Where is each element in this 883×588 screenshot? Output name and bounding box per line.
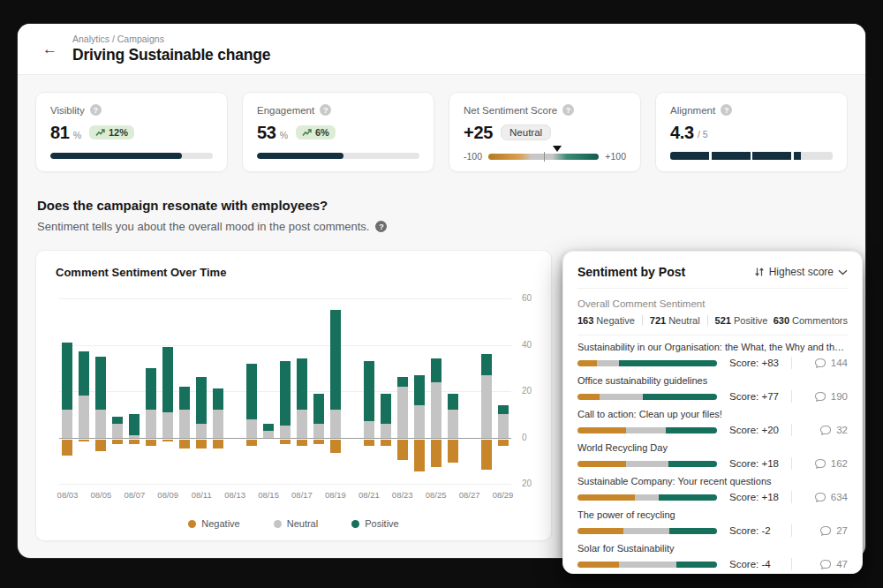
post-title[interactable]: World Recycling Day <box>577 442 848 453</box>
bar-segment[interactable] <box>431 358 442 381</box>
bar-segment[interactable] <box>330 440 341 454</box>
post-title[interactable]: The power of recycling <box>577 509 848 520</box>
bar-segment[interactable] <box>414 440 425 472</box>
bar-segment[interactable] <box>498 405 509 415</box>
sort-dropdown[interactable]: Highest score <box>754 266 848 278</box>
bar-segment[interactable] <box>213 410 223 438</box>
bar-segment[interactable] <box>213 440 223 449</box>
bar-segment[interactable] <box>330 410 341 438</box>
post-title[interactable]: Office sustainability guidelines <box>577 375 848 386</box>
bar-segment[interactable] <box>146 440 156 447</box>
bar-segment[interactable] <box>162 347 173 412</box>
bar-segment[interactable] <box>297 358 307 410</box>
bar-segment[interactable] <box>263 424 274 431</box>
bar-segment[interactable] <box>246 440 257 447</box>
bar-segment[interactable] <box>129 435 140 438</box>
back-arrow-icon[interactable]: ← <box>42 41 57 57</box>
post-row[interactable]: World Recycling DayScore: +18162 <box>577 436 848 470</box>
bar-segment[interactable] <box>481 354 492 375</box>
post-comment-count[interactable]: 27 <box>797 525 848 537</box>
post-comment-count[interactable]: 634 <box>797 492 848 503</box>
bar-segment[interactable] <box>448 410 458 438</box>
post-comment-count[interactable]: 144 <box>797 358 848 369</box>
bar-segment[interactable] <box>364 421 374 437</box>
post-title[interactable]: Solar for Sustainability <box>577 543 848 554</box>
bar-segment[interactable] <box>129 440 140 444</box>
bar-segment[interactable] <box>162 440 173 442</box>
bar-segment[interactable] <box>95 357 106 410</box>
bar-segment[interactable] <box>79 440 89 442</box>
bar-segment[interactable] <box>129 414 140 435</box>
bar-segment[interactable] <box>364 440 374 447</box>
bar-segment[interactable] <box>179 387 190 410</box>
bar-segment[interactable] <box>297 440 307 447</box>
bar-segment[interactable] <box>179 440 190 449</box>
bar-segment[interactable] <box>448 440 458 463</box>
bar-segment[interactable] <box>481 440 492 470</box>
bar-segment[interactable] <box>263 431 274 438</box>
bar-segment[interactable] <box>162 412 173 438</box>
bar-segment[interactable] <box>280 361 291 426</box>
bar-segment[interactable] <box>297 410 307 438</box>
bar-segment[interactable] <box>95 440 106 451</box>
bar-segment[interactable] <box>498 440 509 447</box>
post-row[interactable]: The power of recyclingScore: -227 <box>577 503 848 537</box>
bar-segment[interactable] <box>481 375 492 438</box>
post-comment-count[interactable]: 162 <box>797 458 848 470</box>
bar-segment[interactable] <box>397 387 408 438</box>
bar-segment[interactable] <box>431 382 442 438</box>
post-comment-count[interactable]: 47 <box>797 559 848 570</box>
help-icon[interactable]: ? <box>562 104 574 116</box>
post-row[interactable]: Office sustainability guidelinesScore: +… <box>577 369 848 403</box>
bar-segment[interactable] <box>313 394 324 424</box>
bar-segment[interactable] <box>62 410 72 438</box>
bar-segment[interactable] <box>146 410 156 438</box>
bar-segment[interactable] <box>381 394 391 424</box>
bar-segment[interactable] <box>79 396 89 437</box>
breadcrumb[interactable]: Analytics / Campaigns <box>72 34 270 44</box>
post-row[interactable]: Sustainability in our Organisation: the … <box>577 335 848 369</box>
help-icon[interactable]: ? <box>90 104 102 116</box>
bar-segment[interactable] <box>246 364 257 419</box>
bar-segment[interactable] <box>397 377 408 387</box>
bar-segment[interactable] <box>381 440 391 447</box>
bar-segment[interactable] <box>313 424 324 438</box>
bar-segment[interactable] <box>196 440 207 449</box>
post-title[interactable]: Sustainability in our Organisation: the … <box>577 342 848 352</box>
bar-segment[interactable] <box>313 440 324 444</box>
bar-segment[interactable] <box>397 440 408 461</box>
bar-segment[interactable] <box>280 440 291 444</box>
bar-segment[interactable] <box>196 377 207 424</box>
post-row[interactable]: Solar for SustainabilityScore: -447 <box>577 537 848 570</box>
bar-segment[interactable] <box>280 426 291 437</box>
bar-segment[interactable] <box>196 424 207 438</box>
post-title[interactable]: Call to action: Clean up your files! <box>577 409 848 419</box>
bar-segment[interactable] <box>330 310 341 410</box>
post-comment-count[interactable]: 190 <box>797 391 848 403</box>
bar-segment[interactable] <box>95 410 106 438</box>
bar-segment[interactable] <box>246 419 257 438</box>
bar-segment[interactable] <box>364 361 374 421</box>
bar-segment[interactable] <box>448 394 458 410</box>
bar-segment[interactable] <box>414 405 425 438</box>
bar-segment[interactable] <box>146 368 156 410</box>
bar-segment[interactable] <box>414 375 425 405</box>
bar-segment[interactable] <box>112 424 123 438</box>
help-icon[interactable]: ? <box>721 104 732 116</box>
post-comment-count[interactable]: 32 <box>797 425 848 436</box>
bar-segment[interactable] <box>79 351 89 396</box>
help-icon[interactable]: ? <box>320 104 331 116</box>
bar-segment[interactable] <box>179 410 190 438</box>
bar-segment[interactable] <box>381 424 391 438</box>
bar-segment[interactable] <box>62 343 72 410</box>
bar-segment[interactable] <box>213 388 223 410</box>
bar-segment[interactable] <box>498 414 509 437</box>
post-title[interactable]: Sustainable Company: Your recent questio… <box>577 476 848 486</box>
bar-segment[interactable] <box>62 440 72 456</box>
post-row[interactable]: Call to action: Clean up your files!Scor… <box>577 403 848 436</box>
post-row[interactable]: Sustainable Company: Your recent questio… <box>577 470 848 503</box>
bar-segment[interactable] <box>112 440 123 444</box>
help-icon[interactable]: ? <box>375 221 387 232</box>
bar-segment[interactable] <box>431 440 442 468</box>
bar-segment[interactable] <box>112 417 123 424</box>
